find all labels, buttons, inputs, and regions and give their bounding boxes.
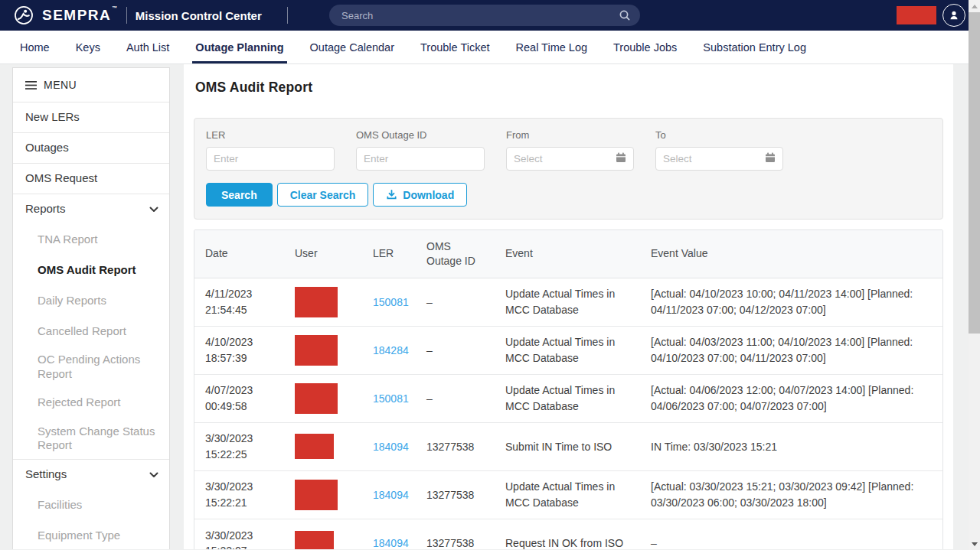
- cell-user: [284, 426, 362, 467]
- filter-label-ler: LER: [206, 129, 335, 141]
- filter-field-from: From: [506, 129, 634, 171]
- cell-oms-outage-id: –: [416, 287, 495, 317]
- cell-date: 3/30/202315:22:21: [194, 471, 284, 518]
- cell-user: [284, 523, 362, 549]
- cell-oms-outage-id: –: [416, 335, 495, 366]
- clear-search-button[interactable]: Clear Search: [277, 183, 369, 207]
- column-header-event-value: Event Value: [640, 237, 942, 270]
- cell-oms-outage-id: 13277538: [416, 431, 495, 462]
- date-value: 3/30/2023: [205, 479, 273, 494]
- sidebar-item-daily-reports[interactable]: Daily Reports: [13, 285, 169, 316]
- time-value: 21:54:45: [205, 302, 273, 317]
- sidebar-item-new-lers[interactable]: New LERs: [13, 102, 169, 132]
- sidebar-item-equipment-type[interactable]: Equipment Type: [13, 520, 169, 549]
- sidebar-item-label: Settings: [25, 467, 67, 482]
- ler-link[interactable]: 150081: [373, 296, 409, 308]
- sidebar-item-oms-request[interactable]: OMS Request: [13, 163, 169, 194]
- sidebar-item-cancelled-report[interactable]: Cancelled Report: [13, 316, 169, 347]
- sidebar-item-label: Daily Reports: [38, 294, 106, 308]
- chevron-down-icon: [149, 202, 158, 216]
- scrollbar-thumb[interactable]: [969, 12, 980, 334]
- cell-event-value: [Actual: 04/06/2023 12:00; 04/07/2023 14…: [640, 375, 942, 421]
- tab-keys[interactable]: Keys: [74, 31, 102, 63]
- download-button-label: Download: [403, 189, 454, 201]
- header-right: [897, 0, 965, 31]
- sidebar-item-outages[interactable]: Outages: [13, 132, 169, 163]
- tab-trouble-ticket[interactable]: Trouble Ticket: [419, 31, 492, 63]
- user-avatar-icon: [948, 9, 960, 21]
- from-input[interactable]: [514, 153, 612, 164]
- search-icon[interactable]: [619, 9, 631, 21]
- time-value: 15:22:25: [205, 447, 273, 462]
- tab-home[interactable]: Home: [18, 31, 51, 63]
- cell-ler: 150081: [362, 383, 416, 414]
- download-button[interactable]: Download: [373, 183, 467, 207]
- user-redaction: [295, 531, 334, 549]
- search-button[interactable]: Search: [206, 183, 273, 207]
- scrollbar-up-arrow[interactable]: [969, 0, 980, 12]
- cell-event: Update Actual Times in MCC Database: [495, 375, 640, 421]
- ler-link[interactable]: 150081: [373, 392, 409, 405]
- header-search[interactable]: [329, 5, 640, 26]
- user-redaction: [295, 434, 334, 459]
- date-value: 3/30/2023: [205, 431, 273, 446]
- user-avatar-button[interactable]: [942, 4, 965, 27]
- ler-input[interactable]: [214, 153, 327, 164]
- tab-outage-calendar[interactable]: Outage Calendar: [309, 31, 396, 63]
- ler-link[interactable]: 184094: [373, 489, 409, 501]
- brand-area: SEMPRA™ Mission Control Center: [14, 5, 288, 25]
- table-row: 4/07/202300:49:58150081–Update Actual Ti…: [194, 375, 942, 423]
- ler-link[interactable]: 184094: [373, 441, 409, 453]
- cell-user: [284, 279, 362, 325]
- tab-outage-planning[interactable]: Outage Planning: [194, 31, 285, 63]
- sidebar-item-oms-audit-report[interactable]: OMS Audit Report: [13, 255, 169, 285]
- to-input-box[interactable]: [655, 147, 783, 171]
- sidebar-item-label: OMS Request: [25, 171, 97, 186]
- download-icon: [386, 189, 397, 200]
- cell-event: Update Actual Times in MCC Database: [495, 327, 640, 373]
- cell-event: Update Actual Times in MCC Database: [495, 278, 640, 325]
- sidebar-item-system-change-status-report[interactable]: System Change Status Report: [13, 418, 169, 460]
- ler-link[interactable]: 184284: [373, 344, 409, 356]
- sidebar-item-rejected-report[interactable]: Rejected Report: [13, 388, 169, 418]
- calendar-icon[interactable]: [765, 152, 776, 166]
- cell-event-value: [Actual: 04/10/2023 10:00; 04/11/2023 14…: [640, 278, 942, 325]
- sidebar-item-reports[interactable]: Reports: [13, 194, 169, 224]
- sidebar-item-label: TNA Report: [38, 233, 97, 247]
- cell-event: Submit IN Time to ISO: [495, 431, 640, 462]
- scrollbar-down-arrow[interactable]: [969, 538, 980, 550]
- table-row: 4/11/202321:54:45150081–Update Actual Ti…: [194, 278, 942, 327]
- sidebar-item-settings[interactable]: Settings: [13, 459, 169, 490]
- table-row: 3/30/202315:22:2118409413277538Update Ac…: [194, 471, 942, 519]
- header-divider: [287, 7, 288, 24]
- sidebar-item-oc-pending-actions-report[interactable]: OC Pending Actions Report: [13, 347, 169, 388]
- calendar-icon[interactable]: [616, 152, 626, 166]
- date-value: 4/10/2023: [205, 334, 273, 350]
- sidebar-item-tna-report[interactable]: TNA Report: [13, 224, 169, 255]
- header-search-input[interactable]: [341, 10, 619, 21]
- tab-real-time-log[interactable]: Real Time Log: [514, 31, 590, 63]
- oms-outage-id-input-box[interactable]: [356, 147, 485, 171]
- from-input-box[interactable]: [506, 147, 634, 171]
- date-value: 4/07/2023: [205, 382, 273, 398]
- ler-link[interactable]: 184094: [373, 537, 409, 549]
- sidebar-item-facilities[interactable]: Facilities: [13, 490, 169, 520]
- chevron-down-icon: [149, 467, 158, 482]
- sidebar-item-label: Equipment Type: [38, 529, 120, 543]
- oms-outage-id-input[interactable]: [364, 153, 477, 164]
- cell-user: [284, 327, 362, 373]
- sidebar-item-label: Reports: [25, 202, 66, 216]
- tab-trouble-jobs[interactable]: Trouble Jobs: [612, 31, 678, 63]
- column-header-event: Event: [495, 237, 640, 270]
- sidebar-menu-toggle[interactable]: MENU: [13, 68, 169, 102]
- audit-table: DateUserLEROMS Outage IDEventEvent Value…: [194, 229, 943, 549]
- tab-auth-list[interactable]: Auth List: [125, 31, 171, 63]
- page-scrollbar[interactable]: [969, 0, 980, 550]
- to-input[interactable]: [663, 153, 762, 164]
- ler-input-box[interactable]: [206, 147, 335, 171]
- page-title: OMS Audit Report: [195, 80, 942, 96]
- brand-name: SEMPRA™: [42, 7, 118, 24]
- sidebar-item-label: Outages: [25, 141, 69, 155]
- column-header-date: Date: [194, 237, 284, 270]
- tab-substation-entry-log[interactable]: Substation Entry Log: [701, 31, 808, 63]
